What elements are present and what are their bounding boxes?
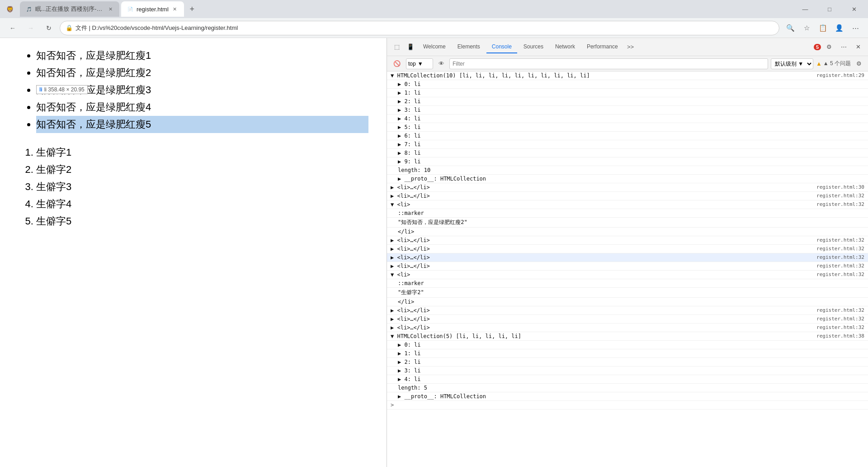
console-link[interactable]: register.html:32 [816,307,864,313]
console-row: ▶ 2: li [387,358,868,367]
console-row: length: 5 [387,384,868,392]
console-row: ▶ <li>…</li>register.html:32 [387,253,868,262]
tab-network[interactable]: Network [550,41,580,53]
console-row: ▶ 3: li [387,106,868,114]
console-link[interactable]: register.html:32 [816,193,864,199]
maximize-button[interactable]: □ [819,2,840,16]
forward-button[interactable]: → [24,21,38,35]
console-link[interactable]: register.html:32 [816,246,864,252]
console-row: ▶ 3: li [387,367,868,375]
ul-item-1: 知否知否，应是绿肥红瘦1 [36,47,368,64]
ul-item-5: 知否知否，应是绿肥红瘦5 [36,116,368,133]
address-bar[interactable]: 🔒 文件 | D:/vs%20code/vscode-html/Vuejs-Le… [60,21,779,35]
console-link[interactable]: register.html:29 [816,72,864,78]
prompt-arrow: > [391,402,394,408]
console-link[interactable]: register.html:30 [816,184,864,190]
devtools-device-icon[interactable]: 📱 [404,41,417,53]
console-row: </li> [387,228,868,236]
close-button[interactable]: ✕ [844,2,864,16]
devtools-inspect-icon[interactable]: ⬚ [391,41,403,53]
reload-button[interactable]: ↻ [42,21,56,35]
console-row: "生僻字2" [387,288,868,298]
console-link[interactable]: register.html:32 [816,263,864,269]
minimize-button[interactable]: — [795,2,816,16]
tab-elements[interactable]: Elements [452,41,486,53]
clear-console-icon[interactable]: 🚫 [391,57,403,70]
console-row-text: </li> [398,299,864,305]
console-settings-icon[interactable]: ⚙ [854,58,864,69]
zoom-button[interactable]: 🔍 [783,21,797,35]
tab-welcome[interactable]: Welcome [418,41,451,53]
console-row: ▶ __proto__: HTMLCollection [387,175,868,183]
more-button[interactable]: ⋯ [848,21,863,35]
console-row-text: ▶ <li>…</li> [391,193,815,199]
console-link[interactable]: register.html:32 [816,201,864,207]
favorites-button[interactable]: ☆ [799,21,814,35]
context-value: top [408,61,416,67]
console-row-text: ▶ __proto__: HTMLCollection [398,393,864,400]
console-row-text: ▶ 2: li [398,98,864,105]
console-row-text: ▶ __proto__: HTMLCollection [398,176,864,182]
tab-music-favicon: 🎵 [25,5,33,13]
ol-item-5: 生僻字5 [36,213,368,230]
console-link[interactable]: register.html:32 [816,272,864,277]
console-bar: 🚫 top ▼ 👁 默认级别 ▼ ▲ ▲ 5 个问题 ⚙ [387,56,868,71]
console-row-text: ▶ 9: li [398,158,864,165]
console-row: ▶ 0: li [387,80,868,89]
tab-performance[interactable]: Performance [581,41,623,53]
console-row: ▶ 9: li [387,157,868,166]
devtools-remote-icon[interactable]: ⋯ [837,41,850,53]
profile-icon[interactable]: 🦁 [4,3,16,15]
tab-console[interactable]: Console [486,41,517,53]
console-row: ▼ HTMLCollection(10) [li, li, li, li, li… [387,71,868,80]
level-select[interactable]: 默认级别 ▼ [771,58,813,69]
nav-right-buttons: 🔍 ☆ 📋 👤 ⋯ [783,21,863,35]
devtools-settings: 5 ⚙ ⋯ ✕ [814,41,864,53]
console-row: ▶ <li>…</li>register.html:30 [387,183,868,192]
tab-music[interactable]: 🎵 眠...正在播放 西楼别序-尹≡ ✕ [20,1,119,17]
console-row-text: ▼ HTMLCollection(10) [li, li, li, li, li… [391,72,815,79]
console-row: ::marker [387,279,868,288]
console-row-text: ▶ <li>…</li> [391,237,815,243]
console-row-text: ▼ HTMLCollection(5) [li, li, li, li, li] [391,333,815,339]
console-prompt[interactable]: > [387,401,868,410]
tab-music-label: 眠...正在播放 西楼别序-尹≡ [35,5,104,13]
back-button[interactable]: ← [5,21,20,35]
profile-button[interactable]: 👤 [832,21,846,35]
devtools-close-icon[interactable]: ✕ [852,41,864,53]
tab-register-close[interactable]: ✕ [171,5,179,13]
console-row-text: length: 10 [398,167,864,173]
more-tabs-button[interactable]: >> [624,41,637,53]
console-row-text: ▶ <li>…</li> [391,246,815,252]
console-row: ▶ 4: li [387,375,868,384]
console-row: ▶ 1: li [387,349,868,358]
filter-input[interactable] [449,58,768,69]
collections-button[interactable]: 📋 [816,21,830,35]
main-area: 知否知否，应是绿肥红瘦1 知否知否，应是绿肥红瘦2 知否知否，应是绿肥红瘦3 l… [0,38,868,467]
console-row-text: ▶ 1: li [398,350,864,357]
new-tab-button[interactable]: + [186,3,198,15]
eye-button[interactable]: 👁 [436,58,447,69]
tab-register[interactable]: 📄 register.html ✕ [121,1,184,17]
console-link[interactable]: register.html:32 [816,254,864,260]
tab-register-favicon: 📄 [127,5,134,13]
console-link[interactable]: register.html:32 [816,237,864,243]
console-row-text: ▶ <li>…</li> [391,184,815,191]
console-row-text: ▶ 0: li [398,81,864,87]
li-tooltip: li li 358.48 × 20.95 [36,85,88,94]
console-row: ▼ <li>register.html:32 [387,271,868,279]
tab-sources[interactable]: Sources [518,41,549,53]
tab-music-close[interactable]: ✕ [107,5,114,13]
console-row: ▶ <li>…</li>register.html:32 [387,306,868,315]
context-selector[interactable]: top ▼ [406,58,433,69]
console-link[interactable]: register.html:38 [816,333,864,339]
console-row-text: ▶ 1: li [398,90,864,96]
console-row: ::marker [387,209,868,218]
console-link[interactable]: register.html:32 [816,324,864,330]
console-link[interactable]: register.html:32 [816,316,864,322]
devtools-settings-icon[interactable]: ⚙ [823,41,835,53]
console-row: ▶ 0: li [387,341,868,349]
console-row: ▼ HTMLCollection(5) [li, li, li, li, li]… [387,332,868,341]
console-row: ▶ __proto__: HTMLCollection [387,392,868,401]
browser-titlebar: 🦁 🎵 眠...正在播放 西楼别序-尹≡ ✕ 📄 register.html ✕… [0,0,868,18]
